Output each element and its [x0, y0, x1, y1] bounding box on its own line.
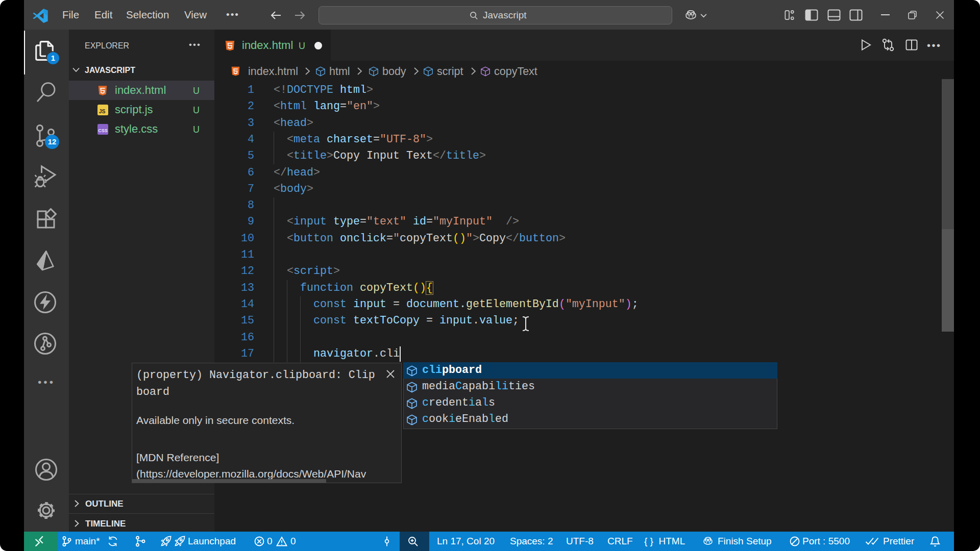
svg-text:CSS: CSS	[98, 128, 108, 133]
svg-text:JS: JS	[99, 108, 106, 114]
